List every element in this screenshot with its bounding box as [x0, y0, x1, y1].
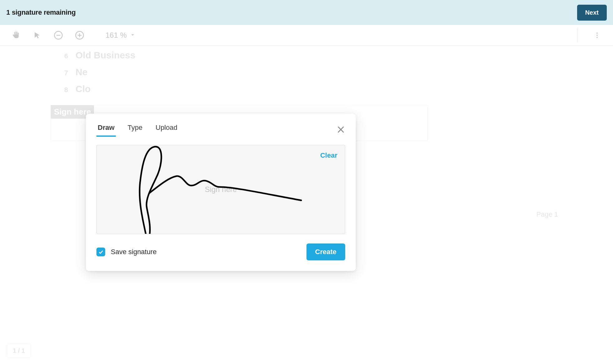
signature-canvas[interactable]: Sign here Clear: [96, 145, 345, 234]
svg-point-5: [596, 32, 598, 34]
save-signature-checkbox[interactable]: [96, 248, 105, 256]
signature-modal: Draw Type Upload Sign here Clear Save: [86, 114, 356, 271]
next-button[interactable]: Next: [577, 5, 607, 21]
svg-point-6: [596, 35, 598, 36]
modal-tabs-row: Draw Type Upload: [96, 122, 345, 137]
modal-footer: Save signature Create: [96, 243, 345, 260]
tab-upload[interactable]: Upload: [154, 122, 179, 137]
dropdown-caret-icon: [130, 31, 135, 40]
signatures-remaining-text: 1 signature remaining: [6, 8, 76, 17]
document-area: 6 Old Business 7 Ne 8 Clo Sign here Page…: [0, 46, 613, 364]
select-arrow-icon[interactable]: [32, 31, 42, 40]
more-menu-icon[interactable]: [592, 31, 602, 40]
zoom-level[interactable]: 161 %: [105, 31, 135, 40]
create-button[interactable]: Create: [306, 243, 345, 260]
zoom-in-icon[interactable]: [75, 31, 84, 40]
drawn-signature: [97, 145, 345, 234]
tab-type[interactable]: Type: [126, 122, 144, 137]
zoom-out-icon[interactable]: [54, 31, 63, 40]
svg-point-7: [596, 37, 598, 38]
pan-hand-icon[interactable]: [11, 31, 21, 40]
toolbar-divider: [577, 28, 577, 42]
close-icon[interactable]: [336, 125, 345, 134]
toolbar: 161 %: [0, 25, 613, 46]
save-signature-label: Save signature: [111, 248, 157, 256]
info-bar: 1 signature remaining Next: [0, 0, 613, 25]
save-signature-option: Save signature: [96, 248, 157, 256]
zoom-value-text: 161 %: [105, 31, 127, 40]
tab-draw[interactable]: Draw: [96, 122, 116, 137]
modal-tabs: Draw Type Upload: [96, 122, 179, 137]
